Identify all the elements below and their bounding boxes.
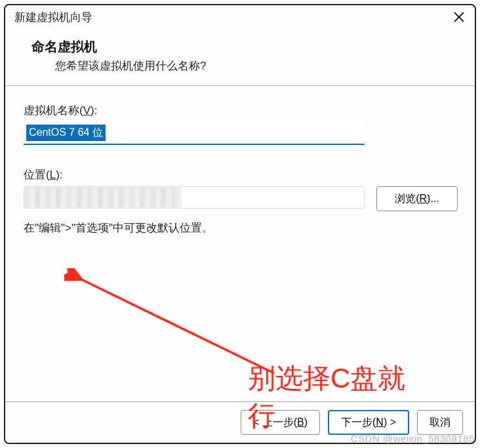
- location-input[interactable]: [24, 186, 365, 209]
- svg-line-2: [80, 279, 274, 373]
- page-title: 命名虚拟机: [31, 38, 456, 56]
- cancel-button[interactable]: 取消: [417, 410, 463, 435]
- content-area: 虚拟机名称(V): CentOS 7 64 位 位置(L): 浏览(R)... …: [5, 86, 475, 401]
- titlebar: 新建虚拟机向导: [5, 5, 475, 29]
- vm-name-input[interactable]: CentOS 7 64 位: [24, 122, 365, 145]
- dialog-title: 新建虚拟机向导: [14, 10, 92, 25]
- browse-button[interactable]: 浏览(R)...: [376, 186, 458, 211]
- new-vm-wizard-dialog: 新建虚拟机向导 命名虚拟机 您希望该虚拟机使用什么名称? 虚拟机名称(V): C…: [4, 4, 476, 444]
- page-subtitle: 您希望该虚拟机使用什么名称?: [31, 58, 456, 73]
- close-button[interactable]: [450, 8, 468, 26]
- location-label: 位置(L):: [24, 167, 456, 182]
- vm-name-value: CentOS 7 64 位: [26, 125, 106, 141]
- location-hint: 在"编辑">"首选项"中可更改默认位置。: [24, 220, 456, 235]
- next-button[interactable]: 下一步(N) >: [328, 410, 409, 435]
- footer-buttons: < 上一步(B) 下一步(N) > 取消: [5, 401, 475, 443]
- vm-name-label: 虚拟机名称(V):: [24, 103, 456, 118]
- close-icon: [454, 12, 464, 22]
- wizard-header: 命名虚拟机 您希望该虚拟机使用什么名称?: [5, 29, 475, 85]
- annotation-arrow-icon: [64, 268, 307, 393]
- back-button[interactable]: < 上一步(B): [241, 410, 320, 435]
